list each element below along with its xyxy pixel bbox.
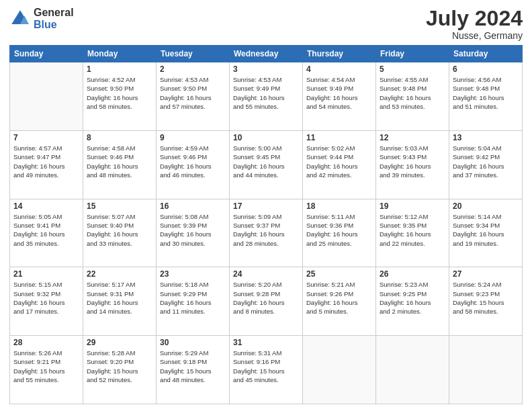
calendar-week-4: 21Sunrise: 5:15 AM Sunset: 9:32 PM Dayli… (10, 267, 523, 336)
day-info: Sunrise: 5:24 AM Sunset: 9:23 PM Dayligh… (453, 280, 519, 316)
day-info: Sunrise: 5:26 AM Sunset: 9:21 PM Dayligh… (13, 349, 79, 384)
calendar-cell: 10Sunrise: 5:00 AM Sunset: 9:45 PM Dayli… (230, 130, 303, 199)
day-info: Sunrise: 4:59 AM Sunset: 9:46 PM Dayligh… (160, 144, 226, 179)
calendar-cell: 22Sunrise: 5:17 AM Sunset: 9:31 PM Dayli… (83, 267, 157, 336)
day-number: 8 (87, 133, 152, 142)
day-info: Sunrise: 5:02 AM Sunset: 9:44 PM Dayligh… (306, 144, 372, 179)
day-info: Sunrise: 5:09 AM Sunset: 9:37 PM Dayligh… (233, 212, 299, 248)
day-info: Sunrise: 5:11 AM Sunset: 9:36 PM Dayligh… (306, 212, 372, 248)
calendar-cell: 26Sunrise: 5:23 AM Sunset: 9:25 PM Dayli… (376, 267, 449, 336)
logo-blue-text: Blue (34, 19, 74, 31)
day-number: 22 (87, 269, 152, 279)
day-info: Sunrise: 4:55 AM Sunset: 9:48 PM Dayligh… (380, 75, 445, 111)
day-info: Sunrise: 5:17 AM Sunset: 9:31 PM Dayligh… (87, 280, 152, 316)
calendar-cell: 31Sunrise: 5:31 AM Sunset: 9:16 PM Dayli… (230, 336, 303, 404)
day-number: 12 (380, 133, 445, 142)
day-info: Sunrise: 4:52 AM Sunset: 9:50 PM Dayligh… (87, 75, 152, 111)
day-number: 14 (13, 201, 79, 211)
day-number: 3 (233, 64, 299, 74)
calendar-cell: 23Sunrise: 5:18 AM Sunset: 9:29 PM Dayli… (157, 267, 230, 336)
day-number: 25 (306, 269, 372, 279)
day-number: 1 (87, 64, 152, 74)
calendar-cell: 17Sunrise: 5:09 AM Sunset: 9:37 PM Dayli… (230, 199, 303, 267)
day-number: 31 (233, 338, 299, 347)
calendar-cell: 30Sunrise: 5:29 AM Sunset: 9:18 PM Dayli… (157, 336, 230, 404)
calendar-cell: 27Sunrise: 5:24 AM Sunset: 9:23 PM Dayli… (449, 267, 523, 336)
header: General Blue July 2024 Nusse, Germany (9, 7, 523, 41)
title-block: July 2024 Nusse, Germany (426, 7, 523, 41)
day-info: Sunrise: 4:53 AM Sunset: 9:50 PM Dayligh… (160, 75, 226, 111)
calendar-page: General Blue July 2024 Nusse, Germany Su… (0, 0, 532, 411)
day-number: 18 (306, 201, 372, 211)
calendar-cell: 19Sunrise: 5:12 AM Sunset: 9:35 PM Dayli… (376, 199, 449, 267)
calendar-cell: 4Sunrise: 4:54 AM Sunset: 9:49 PM Daylig… (303, 62, 376, 131)
logo-icon (9, 8, 31, 30)
day-info: Sunrise: 4:57 AM Sunset: 9:47 PM Dayligh… (13, 144, 79, 179)
day-number: 17 (233, 201, 299, 211)
day-info: Sunrise: 4:54 AM Sunset: 9:49 PM Dayligh… (306, 75, 372, 111)
col-friday: Friday (376, 46, 449, 62)
day-info: Sunrise: 5:20 AM Sunset: 9:28 PM Dayligh… (233, 280, 299, 316)
day-number: 5 (380, 64, 445, 74)
calendar-cell: 6Sunrise: 4:56 AM Sunset: 9:48 PM Daylig… (449, 62, 523, 131)
day-number: 11 (306, 133, 372, 142)
calendar-cell: 15Sunrise: 5:07 AM Sunset: 9:40 PM Dayli… (83, 199, 157, 267)
day-number: 15 (87, 201, 152, 211)
calendar-week-5: 28Sunrise: 5:26 AM Sunset: 9:21 PM Dayli… (10, 336, 523, 404)
calendar-table: Sunday Monday Tuesday Wednesday Thursday… (9, 45, 523, 404)
calendar-cell: 5Sunrise: 4:55 AM Sunset: 9:48 PM Daylig… (376, 62, 449, 131)
calendar-week-2: 7Sunrise: 4:57 AM Sunset: 9:47 PM Daylig… (10, 130, 523, 199)
location: Nusse, Germany (426, 30, 523, 41)
col-sunday: Sunday (10, 46, 83, 62)
col-tuesday: Tuesday (157, 46, 230, 62)
day-info: Sunrise: 5:12 AM Sunset: 9:35 PM Dayligh… (380, 212, 445, 248)
day-info: Sunrise: 5:08 AM Sunset: 9:39 PM Dayligh… (160, 212, 226, 248)
day-number: 24 (233, 269, 299, 279)
calendar-cell: 29Sunrise: 5:28 AM Sunset: 9:20 PM Dayli… (83, 336, 157, 404)
day-info: Sunrise: 5:04 AM Sunset: 9:42 PM Dayligh… (453, 144, 519, 179)
calendar-week-3: 14Sunrise: 5:05 AM Sunset: 9:41 PM Dayli… (10, 199, 523, 267)
day-number: 16 (160, 201, 226, 211)
day-number: 29 (87, 338, 152, 347)
day-info: Sunrise: 5:31 AM Sunset: 9:16 PM Dayligh… (233, 349, 299, 384)
calendar-cell: 24Sunrise: 5:20 AM Sunset: 9:28 PM Dayli… (230, 267, 303, 336)
logo-text: General Blue (34, 7, 74, 30)
day-number: 28 (13, 338, 79, 347)
day-number: 30 (160, 338, 226, 347)
calendar-cell: 18Sunrise: 5:11 AM Sunset: 9:36 PM Dayli… (303, 199, 376, 267)
day-info: Sunrise: 5:00 AM Sunset: 9:45 PM Dayligh… (233, 144, 299, 179)
day-number: 9 (160, 133, 226, 142)
calendar-cell: 1Sunrise: 4:52 AM Sunset: 9:50 PM Daylig… (83, 62, 157, 131)
day-info: Sunrise: 5:29 AM Sunset: 9:18 PM Dayligh… (160, 349, 226, 384)
day-number: 19 (380, 201, 445, 211)
day-info: Sunrise: 5:14 AM Sunset: 9:34 PM Dayligh… (453, 212, 519, 248)
calendar-cell: 21Sunrise: 5:15 AM Sunset: 9:32 PM Dayli… (10, 267, 83, 336)
month-title: July 2024 (426, 7, 523, 30)
day-info: Sunrise: 5:07 AM Sunset: 9:40 PM Dayligh… (87, 212, 152, 248)
calendar-cell: 3Sunrise: 4:53 AM Sunset: 9:49 PM Daylig… (230, 62, 303, 131)
day-info: Sunrise: 5:21 AM Sunset: 9:26 PM Dayligh… (306, 280, 372, 316)
day-info: Sunrise: 4:58 AM Sunset: 9:46 PM Dayligh… (87, 144, 152, 179)
calendar-cell: 7Sunrise: 4:57 AM Sunset: 9:47 PM Daylig… (10, 130, 83, 199)
calendar-cell (303, 336, 376, 404)
calendar-body: 1Sunrise: 4:52 AM Sunset: 9:50 PM Daylig… (10, 62, 523, 404)
calendar-week-1: 1Sunrise: 4:52 AM Sunset: 9:50 PM Daylig… (10, 62, 523, 131)
day-number: 13 (453, 133, 519, 142)
day-number: 27 (453, 269, 519, 279)
calendar-cell: 8Sunrise: 4:58 AM Sunset: 9:46 PM Daylig… (83, 130, 157, 199)
col-monday: Monday (83, 46, 157, 62)
day-number: 20 (453, 201, 519, 211)
day-number: 2 (160, 64, 226, 74)
calendar-cell: 11Sunrise: 5:02 AM Sunset: 9:44 PM Dayli… (303, 130, 376, 199)
calendar-cell: 20Sunrise: 5:14 AM Sunset: 9:34 PM Dayli… (449, 199, 523, 267)
day-number: 7 (13, 133, 79, 142)
col-wednesday: Wednesday (230, 46, 303, 62)
col-saturday: Saturday (449, 46, 523, 62)
calendar-cell: 2Sunrise: 4:53 AM Sunset: 9:50 PM Daylig… (157, 62, 230, 131)
day-number: 6 (453, 64, 519, 74)
day-number: 23 (160, 269, 226, 279)
day-info: Sunrise: 5:18 AM Sunset: 9:29 PM Dayligh… (160, 280, 226, 316)
logo: General Blue (9, 7, 74, 30)
day-info: Sunrise: 5:03 AM Sunset: 9:43 PM Dayligh… (380, 144, 445, 179)
calendar-cell (376, 336, 449, 404)
